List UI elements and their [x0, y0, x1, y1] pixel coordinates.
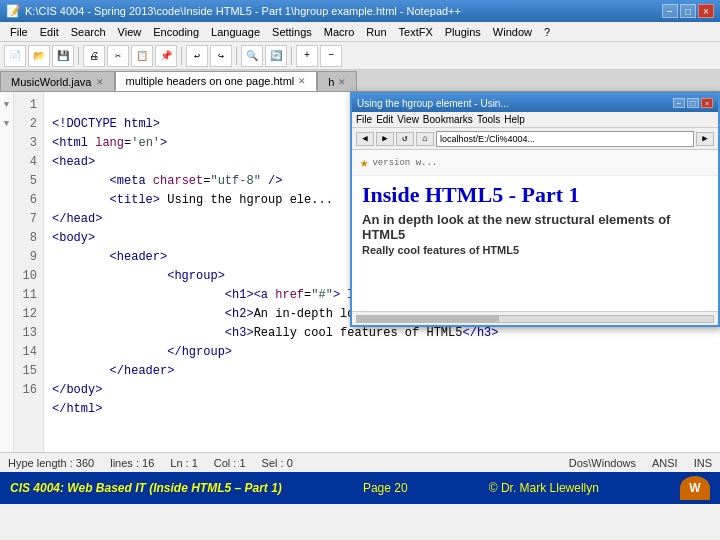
line-numbers: 123456 789101112 13141516	[14, 92, 44, 452]
status-lines: lines : 16	[110, 457, 154, 469]
print-button[interactable]: 🖨	[83, 45, 105, 67]
browser-h1: Inside HTML5 - Part 1	[362, 182, 708, 208]
status-hype: Hype length : 360	[8, 457, 94, 469]
app-icon: 📝	[6, 4, 21, 18]
tab-h-close[interactable]: ✕	[338, 77, 346, 87]
save-button[interactable]: 💾	[52, 45, 74, 67]
browser-content: Inside HTML5 - Part 1 An in depth look a…	[352, 176, 718, 311]
browser-h2: An in depth look at the new structural e…	[362, 212, 708, 242]
menu-view[interactable]: View	[112, 25, 148, 39]
menu-run[interactable]: Run	[360, 25, 392, 39]
menu-window[interactable]: Window	[487, 25, 538, 39]
browser-home[interactable]: ⌂	[416, 132, 434, 146]
undo-button[interactable]: ↩	[186, 45, 208, 67]
browser-go[interactable]: ▶	[696, 132, 714, 146]
zoom-in-button[interactable]: +	[296, 45, 318, 67]
maximize-button[interactable]: □	[680, 4, 696, 18]
status-sel: Sel : 0	[262, 457, 293, 469]
menu-macro[interactable]: Macro	[318, 25, 361, 39]
browser-menu-tools[interactable]: Tools	[477, 114, 500, 125]
browser-menu-view[interactable]: View	[397, 114, 419, 125]
tab-multipleheaders[interactable]: multiple headers on one page.html ✕	[115, 71, 318, 91]
browser-menu-bar: File Edit View Bookmarks Tools Help	[352, 112, 718, 128]
browser-address-input[interactable]	[436, 131, 694, 147]
toolbar-separator-3	[236, 47, 237, 65]
menu-encoding[interactable]: Encoding	[147, 25, 205, 39]
browser-window-title: Using the hgroup element - Usin...	[357, 98, 509, 109]
browser-popup: Using the hgroup element - Usin... − □ ×…	[350, 92, 720, 327]
menu-bar: File Edit Search View Encoding Language …	[0, 22, 720, 42]
footer-right: © Dr. Mark Llewellyn	[489, 481, 599, 495]
tab-h[interactable]: h ✕	[317, 71, 357, 91]
status-enc: ANSI	[652, 457, 678, 469]
toolbar: 📄 📂 💾 🖨 ✂ 📋 📌 ↩ ↪ 🔍 🔄 + −	[0, 42, 720, 70]
status-ln: Ln : 1	[170, 457, 198, 469]
window-title: K:\CIS 4004 - Spring 2013\code\Inside HT…	[25, 5, 461, 17]
favorites-star[interactable]: ★	[360, 154, 368, 171]
browser-reload[interactable]: ↺	[396, 132, 414, 146]
footer-left: CIS 4004: Web Based IT (Inside HTML5 – P…	[10, 481, 282, 495]
replace-button[interactable]: 🔄	[265, 45, 287, 67]
browser-scrollbar-thumb[interactable]	[357, 316, 499, 322]
status-ins: INS	[694, 457, 712, 469]
tab-bar: MusicWorld.java ✕ multiple headers on on…	[0, 70, 720, 92]
find-button[interactable]: 🔍	[241, 45, 263, 67]
browser-back[interactable]: ◀	[356, 132, 374, 146]
browser-menu-edit[interactable]: Edit	[376, 114, 393, 125]
title-bar-left: 📝 K:\CIS 4004 - Spring 2013\code\Inside …	[6, 4, 461, 18]
status-eol: Dos\Windows	[569, 457, 636, 469]
new-button[interactable]: 📄	[4, 45, 26, 67]
browser-title-bar: Using the hgroup element - Usin... − □ ×	[352, 94, 718, 112]
menu-language[interactable]: Language	[205, 25, 266, 39]
menu-edit[interactable]: Edit	[34, 25, 65, 39]
tab-multipleheaders-close[interactable]: ✕	[298, 76, 306, 86]
footer-center: Page 20	[363, 481, 408, 495]
title-bar-controls: − □ ×	[662, 4, 714, 18]
minimize-button[interactable]: −	[662, 4, 678, 18]
favorites-label: version w...	[372, 158, 437, 168]
tab-h-label: h	[328, 76, 334, 88]
tab-multipleheaders-label: multiple headers on one page.html	[126, 75, 295, 87]
browser-menu-bookmarks[interactable]: Bookmarks	[423, 114, 473, 125]
redo-button[interactable]: ↪	[210, 45, 232, 67]
browser-title-controls: − □ ×	[673, 98, 713, 108]
browser-forward[interactable]: ▶	[376, 132, 394, 146]
menu-search[interactable]: Search	[65, 25, 112, 39]
browser-maximize[interactable]: □	[687, 98, 699, 108]
footer: CIS 4004: Web Based IT (Inside HTML5 – P…	[0, 472, 720, 504]
copy-button[interactable]: 📋	[131, 45, 153, 67]
tab-musicworld[interactable]: MusicWorld.java ✕	[0, 71, 115, 91]
browser-scrollbar[interactable]	[352, 311, 718, 325]
cut-button[interactable]: ✂	[107, 45, 129, 67]
browser-h3: Really cool features of HTML5	[362, 244, 708, 256]
browser-close[interactable]: ×	[701, 98, 713, 108]
browser-favorites-bar: ★ version w...	[352, 150, 718, 176]
status-col: Col : 1	[214, 457, 246, 469]
close-button[interactable]: ×	[698, 4, 714, 18]
footer-logo: W	[680, 476, 710, 500]
browser-menu-file[interactable]: File	[356, 114, 372, 125]
toolbar-separator-2	[181, 47, 182, 65]
tab-musicworld-label: MusicWorld.java	[11, 76, 92, 88]
open-button[interactable]: 📂	[28, 45, 50, 67]
browser-scrollbar-track[interactable]	[356, 315, 714, 323]
zoom-out-button[interactable]: −	[320, 45, 342, 67]
paste-button[interactable]: 📌	[155, 45, 177, 67]
browser-menu-help[interactable]: Help	[504, 114, 525, 125]
menu-settings[interactable]: Settings	[266, 25, 318, 39]
tab-musicworld-close[interactable]: ✕	[96, 77, 104, 87]
menu-file[interactable]: File	[4, 25, 34, 39]
menu-textfx[interactable]: TextFX	[393, 25, 439, 39]
toolbar-separator-1	[78, 47, 79, 65]
fold-column: ▼ ▼	[0, 92, 14, 452]
toolbar-separator-4	[291, 47, 292, 65]
menu-help[interactable]: ?	[538, 25, 556, 39]
footer-logo-text: W	[689, 481, 700, 495]
editor-container: ▼ ▼ 123456 789101112 13141516 <!DOCTYPE …	[0, 92, 720, 452]
menu-plugins[interactable]: Plugins	[439, 25, 487, 39]
browser-toolbar: ◀ ▶ ↺ ⌂ ▶	[352, 128, 718, 150]
title-bar: 📝 K:\CIS 4004 - Spring 2013\code\Inside …	[0, 0, 720, 22]
status-bar: Hype length : 360 lines : 16 Ln : 1 Col …	[0, 452, 720, 472]
browser-minimize[interactable]: −	[673, 98, 685, 108]
